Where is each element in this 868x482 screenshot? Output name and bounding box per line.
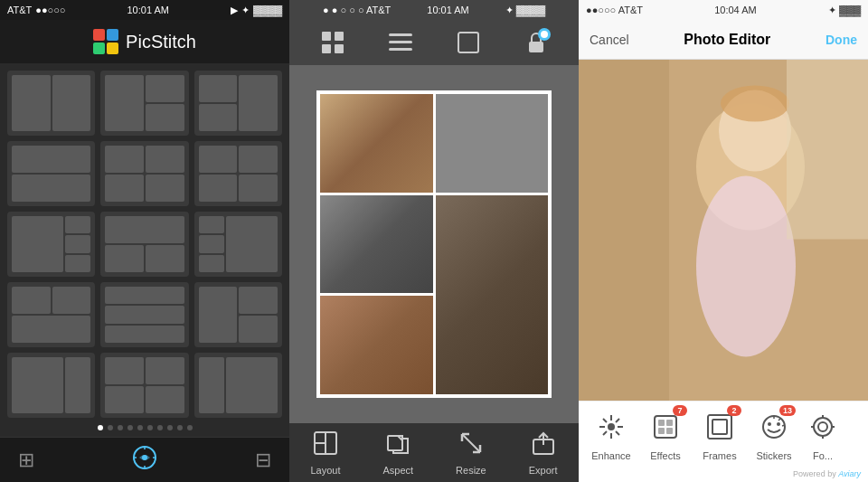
p2-time: 10:01 AM [427, 5, 468, 15]
p2-bottombar: Layout Aspect Res [289, 423, 579, 482]
p2-aspect-label: Aspect [382, 465, 413, 476]
picstitch-logo [93, 29, 118, 54]
p3-artsy-credit: Powered by Aviary [579, 466, 868, 482]
svg-rect-25 [787, 60, 868, 240]
p1-layout-icon[interactable]: ⊟ [255, 449, 271, 472]
layout-option-3[interactable] [194, 71, 282, 136]
p2-lock-icon[interactable] [518, 24, 554, 61]
layout-option-14[interactable] [100, 353, 188, 418]
layout-option-8[interactable] [100, 212, 188, 277]
dot-8[interactable] [167, 425, 173, 430]
dot-10[interactable] [187, 425, 193, 430]
collage-frame [316, 90, 552, 398]
layout-option-7[interactable] [7, 212, 95, 277]
p2-status-right: ✦ ▓▓▓▓ [505, 5, 545, 16]
p1-statusbar: AT&T ●●○○○ 10:01 AM ▶ ✦ ▓▓▓▓ [0, 0, 289, 20]
p3-frames-icon-wrap: 2 [700, 407, 740, 447]
p2-aspect-button[interactable]: Aspect [382, 430, 413, 476]
p3-battery-icon: ▓▓▓ [839, 5, 861, 15]
dot-1[interactable] [98, 425, 103, 430]
svg-point-45 [814, 418, 832, 436]
photo-editor-panel: ●●○○○ AT&T 10:04 AM ✦ ▓▓▓ Cancel Photo E… [579, 0, 868, 482]
layout-option-13[interactable] [7, 353, 95, 418]
p3-effects-icon-wrap: 7 [646, 407, 685, 447]
layout-option-12[interactable] [194, 282, 282, 347]
p3-effects-tool[interactable]: 7 Effects [640, 407, 691, 461]
p2-export-label: Export [529, 465, 558, 476]
svg-rect-5 [335, 44, 344, 53]
collage-cell-5[interactable] [320, 296, 433, 394]
p1-time: 10:01 AM [127, 5, 168, 15]
p3-navbar: Cancel Photo Editor Done [579, 20, 868, 60]
collage-cell-2[interactable] [436, 94, 549, 193]
collage-cell-3[interactable] [320, 195, 433, 294]
dot-3[interactable] [118, 425, 123, 430]
p2-export-button[interactable]: Export [529, 430, 558, 476]
dot-4[interactable] [127, 425, 133, 430]
p1-grid-icon[interactable]: ⊞ [18, 449, 34, 472]
p2-frame-icon[interactable] [450, 24, 486, 61]
p3-stickers-tool[interactable]: 13 Stickers [749, 407, 799, 461]
logo-blue [107, 29, 118, 41]
p1-battery-icon: ▓▓▓▓ [253, 5, 282, 15]
p3-title: Photo Editor [684, 32, 770, 48]
p2-resize-icon [458, 430, 484, 461]
svg-line-31 [616, 431, 619, 435]
p3-focus-tool[interactable]: Fo... [803, 407, 843, 461]
svg-rect-9 [458, 33, 478, 52]
collage-cell-1[interactable] [320, 94, 433, 193]
p2-layout-button[interactable]: Layout [310, 430, 340, 476]
layout-option-4[interactable] [7, 141, 95, 206]
p3-cancel-button[interactable]: Cancel [590, 33, 629, 47]
layout-option-2[interactable] [100, 71, 188, 136]
p3-statusbar: ●●○○○ AT&T 10:04 AM ✦ ▓▓▓ [579, 0, 868, 20]
p1-page-dots [0, 419, 289, 437]
layout-option-11[interactable] [100, 282, 188, 347]
svg-line-16 [462, 434, 480, 452]
p3-photo [579, 60, 868, 401]
dot-5[interactable] [137, 425, 143, 430]
layout-option-6[interactable] [194, 141, 282, 206]
p3-frames-tool[interactable]: 2 Frames [694, 407, 745, 461]
svg-rect-3 [335, 32, 344, 41]
p1-sticker-icon[interactable] [132, 445, 157, 476]
layout-option-10[interactable] [7, 282, 95, 347]
svg-point-46 [818, 422, 827, 431]
p3-enhance-tool[interactable]: Enhance [586, 407, 637, 461]
p3-done-button[interactable]: Done [826, 33, 857, 47]
p2-grid-icon[interactable] [315, 24, 351, 61]
p3-status-right: ✦ ▓▓▓ [828, 5, 861, 16]
svg-rect-7 [389, 41, 412, 43]
p3-carrier: AT&T [618, 5, 643, 15]
svg-point-1 [142, 455, 147, 460]
collage-cell-4[interactable] [436, 195, 549, 394]
svg-line-30 [603, 419, 607, 422]
dot-7[interactable] [157, 425, 163, 430]
layout-option-9[interactable] [194, 212, 282, 277]
layout-option-15[interactable] [194, 353, 282, 418]
logo-red [93, 29, 105, 41]
dot-9[interactable] [177, 425, 183, 430]
p3-frames-badge: 2 [727, 405, 741, 416]
p3-bluetooth-icon: ✦ [828, 5, 836, 15]
p3-frames-label: Frames [703, 450, 736, 461]
p2-menu-icon[interactable] [382, 24, 419, 61]
svg-point-44 [777, 422, 780, 426]
focus-icon [809, 413, 836, 440]
p1-layout-grid [0, 63, 289, 419]
svg-rect-41 [712, 420, 727, 434]
layout-option-1[interactable] [7, 71, 95, 136]
p2-resize-label: Resize [456, 465, 486, 476]
p2-topbar [289, 20, 579, 65]
svg-rect-38 [658, 428, 665, 434]
svg-rect-10 [529, 42, 543, 52]
p1-gps-icon: ▶ [231, 5, 238, 16]
frames-icon [706, 413, 733, 440]
layout-option-5[interactable] [100, 141, 188, 206]
stickers-icon [760, 413, 788, 440]
dot-6[interactable] [147, 425, 153, 430]
baby-photo-svg [579, 60, 868, 401]
effects-icon [652, 413, 679, 440]
dot-2[interactable] [108, 425, 113, 430]
p2-resize-button[interactable]: Resize [456, 430, 486, 476]
